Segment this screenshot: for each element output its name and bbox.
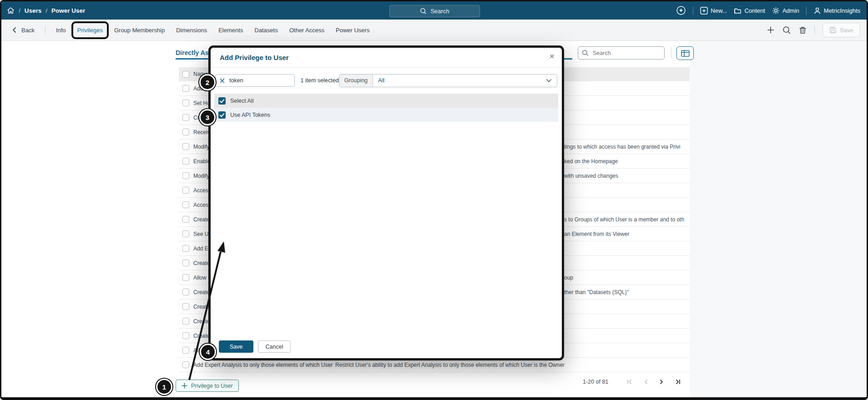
row-checkbox[interactable] (182, 129, 189, 135)
content-icon (734, 7, 742, 15)
row-checkbox[interactable] (182, 318, 189, 325)
row-checkbox[interactable] (182, 260, 189, 266)
privilege-description: oup (564, 270, 689, 285)
privilege-item-row[interactable]: Use API Tokens (214, 108, 558, 122)
row-checkbox[interactable] (182, 187, 189, 194)
back-chevron-icon[interactable] (12, 27, 16, 33)
tab-power-users[interactable]: Power Users (335, 25, 370, 35)
trash-icon[interactable] (799, 26, 807, 34)
save-button-disabled[interactable]: Save (823, 23, 860, 37)
privilege-name: Modify (193, 169, 209, 183)
row-checkbox[interactable] (182, 303, 189, 310)
save-icon (829, 26, 837, 34)
content-menu[interactable]: Content (734, 7, 765, 15)
topbar-actions: New... Content Admin MetricInsights (676, 1, 860, 20)
tab-datasets[interactable]: Datasets (253, 25, 278, 35)
global-search[interactable]: Search (389, 5, 480, 17)
top-navigation-bar: / Users / Power User Search New... Conte… (1, 1, 867, 20)
row-checkbox[interactable] (182, 114, 189, 121)
select-all-label: Select All (230, 98, 253, 104)
save-button-label: Save (840, 27, 853, 34)
row-checkbox[interactable] (182, 143, 189, 150)
row-checkbox[interactable] (182, 201, 189, 208)
account-menu-label: MetricInsights (824, 7, 860, 14)
admin-menu[interactable]: Admin (772, 7, 799, 15)
assistant-icon[interactable] (676, 5, 686, 15)
add-privilege-button[interactable]: Privilege to User (176, 380, 239, 392)
back-button[interactable]: Back (20, 25, 35, 35)
select-all-checkbox[interactable] (182, 71, 189, 78)
account-menu[interactable]: MetricInsights (813, 7, 860, 15)
grouping-dropdown[interactable]: Grouping All (339, 74, 557, 87)
row-checkbox[interactable] (182, 172, 189, 179)
divider (693, 6, 693, 15)
row-checkbox[interactable] (182, 216, 189, 223)
grouping-value: All (373, 77, 389, 84)
next-page-icon[interactable] (659, 379, 664, 385)
search-icon[interactable] (782, 26, 791, 35)
privilege-description: with unsaved changes (564, 169, 689, 183)
tab-info[interactable]: Info (55, 25, 67, 35)
privilege-item-label: Use API Tokens (230, 112, 270, 118)
home-icon[interactable] (7, 7, 15, 14)
row-checkbox[interactable] (182, 245, 189, 252)
close-icon[interactable]: ✕ (549, 53, 555, 60)
modal-cancel-button[interactable]: Cancel (258, 340, 291, 353)
tab-other-access[interactable]: Other Access (288, 25, 325, 35)
breadcrumb-users[interactable]: Users (25, 7, 42, 14)
select-all-checkbox-checked[interactable] (218, 97, 226, 105)
add-icon[interactable] (767, 26, 775, 34)
breadcrumb: / Users / Power User (1, 7, 85, 14)
plus-icon (182, 383, 187, 389)
privilege-description: an Element from its Viewer (564, 227, 689, 241)
clear-icon (219, 78, 225, 84)
modal-footer: Save Cancel (219, 340, 291, 353)
step-badge-4: 4 (200, 344, 216, 360)
tab-privileges-label: Privileges (77, 27, 103, 34)
row-checkbox[interactable] (182, 158, 189, 165)
row-checkbox[interactable] (182, 230, 189, 237)
row-checkbox[interactable] (182, 332, 189, 339)
section-tab-directly-assigned[interactable]: Directly As (176, 49, 209, 56)
table-search-input[interactable] (592, 50, 661, 57)
modal-title: Add Privilege to User (220, 54, 289, 61)
record-toolbar: Back Info Privileges Group Membership Di… (1, 20, 867, 41)
new-plus-icon (700, 7, 708, 15)
table-columns-icon (681, 50, 690, 57)
item-checkbox-checked[interactable] (218, 111, 226, 119)
privilege-filter-input[interactable] (228, 77, 291, 84)
modal-save-button[interactable]: Save (219, 340, 253, 353)
table-search[interactable] (578, 46, 665, 60)
divider (806, 6, 807, 15)
divider (671, 47, 671, 59)
divider (814, 26, 815, 34)
column-settings-button[interactable] (676, 46, 694, 60)
prev-page-icon[interactable] (644, 379, 648, 385)
tab-dimensions[interactable]: Dimensions (175, 25, 208, 35)
tab-elements[interactable]: Elements (217, 25, 244, 35)
pagination-range: 1-20 of 81 (583, 379, 608, 385)
gear-icon (772, 7, 780, 15)
privilege-list: Select All Use API Tokens (214, 94, 558, 122)
privilege-name: Create (193, 285, 210, 300)
search-icon (420, 8, 427, 15)
tab-privileges[interactable]: Privileges (76, 25, 104, 35)
last-page-icon[interactable] (675, 379, 681, 385)
row-checkbox[interactable] (182, 85, 189, 92)
row-checkbox[interactable] (182, 289, 189, 295)
new-menu-label: New... (711, 7, 727, 14)
add-privilege-modal: Add Privilege to User ✕ 1 item selected … (208, 45, 564, 360)
row-checkbox[interactable] (182, 347, 189, 354)
first-page-icon[interactable] (626, 379, 633, 385)
new-menu[interactable]: New... (700, 7, 727, 15)
privilege-name: Create (193, 300, 210, 314)
content-menu-label: Content (744, 7, 765, 14)
select-all-row[interactable]: Select All (214, 94, 558, 108)
row-checkbox[interactable] (182, 361, 189, 368)
privilege-name: Modify (193, 140, 209, 154)
row-checkbox[interactable] (182, 100, 189, 106)
privilege-filter[interactable] (215, 74, 295, 87)
privilege-name: Create (193, 329, 210, 343)
tab-group-membership[interactable]: Group Membership (113, 25, 166, 35)
row-checkbox[interactable] (182, 274, 189, 281)
